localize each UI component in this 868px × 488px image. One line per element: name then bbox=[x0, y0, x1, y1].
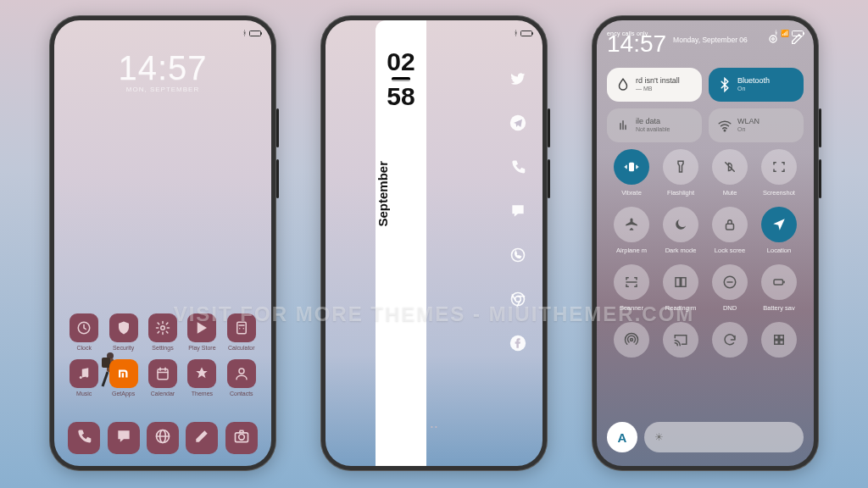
shortcut-phone[interactable] bbox=[509, 159, 527, 178]
app-music[interactable]: Music bbox=[64, 359, 103, 396]
shortcut-facebook[interactable] bbox=[509, 336, 527, 354]
svg-rect-7 bbox=[237, 322, 247, 334]
quick-toggle-location[interactable]: Location bbox=[754, 207, 804, 254]
quick-toggle-airplane[interactable]: Airplane m bbox=[607, 207, 656, 254]
shortcut-chrome[interactable] bbox=[509, 291, 527, 310]
shortcut-twitter[interactable] bbox=[509, 71, 527, 90]
chrome-icon bbox=[509, 291, 526, 311]
edit-icon[interactable] bbox=[790, 32, 804, 46]
calc-icon bbox=[227, 313, 256, 342]
dnd-icon bbox=[712, 264, 748, 300]
auto-brightness-button[interactable]: A bbox=[607, 422, 637, 452]
svg-rect-34 bbox=[629, 163, 634, 172]
toggle-title: ile data bbox=[636, 118, 670, 126]
clock-date: Monday, September 06 bbox=[673, 36, 748, 44]
app-getapps[interactable]: GetApps bbox=[103, 359, 142, 396]
shortcut-whatsapp[interactable] bbox=[509, 247, 527, 266]
quick-toggle-screenshot[interactable]: Screenshot bbox=[754, 149, 804, 197]
clock-widget[interactable]: 14:57 MON, SEPTEMBER bbox=[54, 49, 271, 93]
darkmode-icon bbox=[663, 207, 698, 242]
flashlight-icon bbox=[663, 149, 698, 185]
toggle-title: WLAN bbox=[737, 118, 760, 126]
quick-toggle-dnd[interactable]: DND bbox=[705, 264, 754, 312]
whatsapp-icon bbox=[509, 247, 526, 267]
dock-notes[interactable] bbox=[186, 422, 218, 454]
app-label: GetApps bbox=[112, 391, 135, 396]
message-icon bbox=[115, 428, 132, 448]
quick-toggle-scanner[interactable]: Scanner bbox=[607, 264, 656, 312]
app-clock[interactable]: Clock bbox=[64, 313, 103, 351]
toggle-data[interactable]: ile dataNot available bbox=[607, 108, 702, 142]
homescreen[interactable]: ᚼ 14:57 MON, SEPTEMBER ClockSecuritySett… bbox=[54, 20, 271, 466]
music-icon bbox=[70, 359, 98, 388]
app-contacts[interactable]: Contacts bbox=[222, 359, 261, 396]
quick-toggle-reading[interactable]: Reading m bbox=[656, 264, 705, 312]
settings-shortcut-icon[interactable] bbox=[766, 32, 780, 46]
clock-widget: 02 58 bbox=[376, 49, 426, 109]
toggle-wifi[interactable]: WLANOn bbox=[709, 108, 804, 142]
shortcut-messages[interactable] bbox=[509, 203, 527, 222]
phone-icon bbox=[75, 428, 92, 448]
lock-icon bbox=[712, 207, 748, 242]
clock-minute: 58 bbox=[376, 84, 426, 109]
twitter-icon bbox=[509, 70, 526, 91]
sync-icon bbox=[712, 322, 748, 358]
dock-phone[interactable] bbox=[68, 422, 100, 454]
shortcut-telegram[interactable] bbox=[509, 115, 527, 134]
shield-icon bbox=[109, 313, 138, 342]
app-label: Settings bbox=[152, 345, 173, 351]
svg-point-31 bbox=[770, 36, 776, 42]
bluetooth-icon: ᚼ bbox=[242, 29, 247, 37]
quick-toggle-label: Screenshot bbox=[763, 189, 795, 197]
quick-toggle-more[interactable] bbox=[754, 322, 804, 362]
airplane-icon bbox=[614, 207, 649, 242]
dock-messaging[interactable] bbox=[108, 422, 140, 454]
toggle-subtitle: On bbox=[737, 86, 770, 92]
quick-toggle-cast[interactable] bbox=[656, 322, 705, 362]
telegram-icon bbox=[509, 114, 526, 135]
app-label: Contacts bbox=[230, 391, 253, 396]
quick-toggle-battery[interactable]: Battery sav bbox=[754, 264, 804, 312]
battery-icon bbox=[249, 30, 261, 36]
svg-rect-13 bbox=[158, 369, 168, 380]
calendar-icon bbox=[148, 359, 177, 388]
app-calendar[interactable]: Calendar bbox=[143, 359, 182, 396]
app-grid: ClockSecuritySettingsPlay StoreCalculato… bbox=[54, 313, 271, 396]
app-calculator[interactable]: Calculator bbox=[222, 313, 261, 351]
app-label: Calendar bbox=[151, 391, 175, 396]
control-center[interactable]: ency calls only ᚼ 📶 14:57 Monday, Septem… bbox=[597, 20, 814, 466]
quick-toggle-vibrate[interactable]: Vibrate bbox=[607, 149, 656, 197]
clock-separator-icon bbox=[392, 77, 410, 81]
main-toggles: rd isn't install— MBBluetoothOnile dataN… bbox=[607, 68, 804, 142]
toggle-subtitle: — MB bbox=[636, 86, 680, 92]
app-settings[interactable]: Settings bbox=[143, 313, 182, 351]
svg-rect-43 bbox=[775, 341, 779, 345]
app-themes[interactable]: Themes bbox=[182, 359, 221, 396]
toggle-drop[interactable]: rd isn't install— MB bbox=[607, 68, 702, 102]
svg-point-6 bbox=[161, 326, 165, 330]
app-security[interactable]: Security bbox=[103, 313, 142, 351]
quick-toggles: VibrateFlashlightMuteScreenshotAirplane … bbox=[607, 149, 804, 362]
svg-point-33 bbox=[724, 130, 726, 131]
dock-browser[interactable] bbox=[147, 422, 179, 454]
svg-point-11 bbox=[80, 376, 82, 379]
quick-toggle-sync[interactable] bbox=[705, 322, 754, 362]
app-play-store[interactable]: Play Store bbox=[182, 313, 221, 351]
toggle-bluetooth[interactable]: BluetoothOn bbox=[709, 68, 804, 102]
quick-toggle-darkmode[interactable]: Dark mode bbox=[656, 207, 705, 254]
clock-date: MON, SEPTEMBER bbox=[54, 86, 271, 93]
brightness-slider[interactable] bbox=[644, 422, 804, 452]
lockscreen[interactable]: ᚼ 02 58 September • • bbox=[326, 20, 542, 466]
app-label: Clock bbox=[76, 345, 92, 351]
quick-toggle-hotspot[interactable] bbox=[607, 322, 656, 362]
quick-toggle-lock[interactable]: Lock scree bbox=[705, 207, 754, 254]
wifi-icon bbox=[717, 118, 732, 133]
quick-toggle-flashlight[interactable]: Flashlight bbox=[656, 149, 705, 197]
phone-control-center: ency calls only ᚼ 📶 14:57 Monday, Septem… bbox=[592, 15, 819, 471]
quick-toggle-label: Reading m bbox=[665, 304, 696, 312]
quick-toggle-mute[interactable]: Mute bbox=[705, 149, 754, 197]
svg-rect-35 bbox=[726, 224, 734, 230]
pencil-icon bbox=[193, 428, 210, 448]
svg-point-40 bbox=[631, 339, 633, 341]
dock-camera[interactable] bbox=[225, 422, 258, 454]
